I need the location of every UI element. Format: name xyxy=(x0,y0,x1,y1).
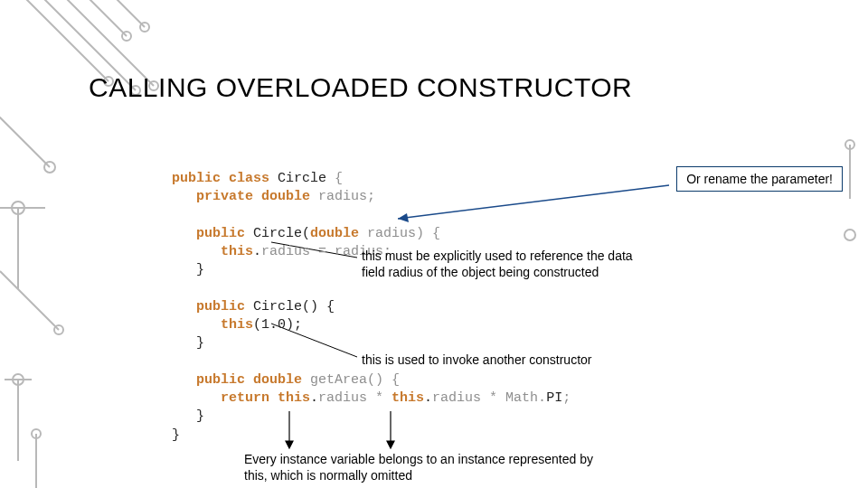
code-ident: Circle( xyxy=(253,226,310,241)
code-blank xyxy=(172,208,180,223)
annotation-this-field: this must be explicitly used to referenc… xyxy=(362,249,651,280)
code-ident: Circle() { xyxy=(253,299,335,314)
code-brace: } xyxy=(172,427,180,443)
code-kw: return this xyxy=(172,390,310,406)
svg-line-10 xyxy=(0,108,50,167)
code-blank xyxy=(172,281,180,296)
svg-point-21 xyxy=(32,429,41,438)
annotation-instance-variable: Every instance variable belongs to an in… xyxy=(244,452,606,483)
svg-line-0 xyxy=(9,0,108,81)
code-ident: PI xyxy=(546,390,562,406)
code-kw: private double xyxy=(172,189,318,204)
code-kw: this xyxy=(392,390,424,406)
code-text: (1.0); xyxy=(253,317,302,333)
code-kw: double xyxy=(310,226,367,241)
code-punct: ; xyxy=(562,390,571,406)
code-punct: . xyxy=(424,390,432,406)
annotation-this-constructor: this is used to invoke another construct… xyxy=(362,352,651,369)
code-brace: } xyxy=(172,335,204,351)
code-kw: public double xyxy=(172,372,310,388)
code-kw: this xyxy=(172,317,253,333)
code-punct: . xyxy=(310,390,318,406)
code-ident: radius) { xyxy=(367,226,440,241)
code-ident: getArea() { xyxy=(310,372,400,388)
svg-point-8 xyxy=(122,32,131,41)
slide-title: CALLING OVERLOADED CONSTRUCTOR xyxy=(89,72,632,103)
code-brace: } xyxy=(172,408,204,424)
code-text: radius * Math. xyxy=(432,390,546,406)
code-blank xyxy=(172,354,180,370)
code-text: radius * xyxy=(318,390,392,406)
code-ident: Circle xyxy=(278,171,326,186)
code-punct: { xyxy=(326,171,343,186)
code-ident: radius; xyxy=(318,189,375,204)
svg-point-16 xyxy=(54,325,63,334)
callout-rename-parameter: Or rename the parameter! xyxy=(676,166,843,192)
svg-line-15 xyxy=(0,271,59,330)
svg-point-22 xyxy=(845,140,854,149)
code-brace: } xyxy=(172,262,204,277)
svg-point-11 xyxy=(44,162,55,173)
code-kw: public class xyxy=(172,171,278,186)
svg-line-4 xyxy=(99,0,145,27)
code-kw: this xyxy=(172,244,253,259)
svg-point-25 xyxy=(844,230,855,240)
code-block: public class Circle { private double rad… xyxy=(172,170,571,445)
code-kw: public xyxy=(172,299,253,314)
svg-point-18 xyxy=(13,374,24,385)
code-kw: public xyxy=(172,226,253,241)
svg-line-3 xyxy=(72,0,127,36)
svg-point-9 xyxy=(140,23,149,32)
svg-point-13 xyxy=(12,202,24,214)
code-punct: . xyxy=(253,244,261,259)
